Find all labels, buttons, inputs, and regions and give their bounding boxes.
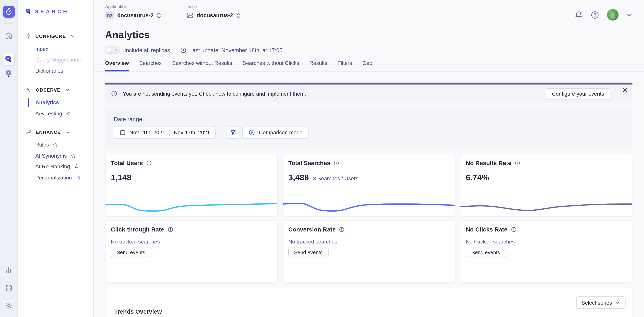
nav-section-observe-header[interactable]: OBSERVE xyxy=(26,87,93,92)
caret-updown-icon xyxy=(236,12,240,19)
tab-overview[interactable]: Overview xyxy=(105,60,129,72)
usage-chart-icon[interactable] xyxy=(3,264,14,276)
empty-state-text: No tracked searches xyxy=(111,238,272,245)
info-icon[interactable] xyxy=(511,226,516,232)
nav-section-configure-header[interactable]: CONFIGURE xyxy=(26,33,93,39)
include-replicas-toggle[interactable] xyxy=(105,46,120,54)
card-no-clicks-rate: No Clicks Rate No tracked searches Send … xyxy=(460,220,632,283)
sparkline-total-users xyxy=(106,198,277,216)
comparison-mode-button[interactable]: Comparison mode xyxy=(242,126,309,139)
sidebar-nav: CONFIGURE Index Query Suggestions Dictio… xyxy=(18,33,93,183)
home-icon[interactable] xyxy=(3,30,14,41)
database-icon[interactable] xyxy=(3,282,14,294)
sidebar-item-ab-testing[interactable]: A/B Testing xyxy=(35,108,93,119)
tab-searches-without-clicks[interactable]: Searches without Clicks xyxy=(242,60,299,72)
rail-divider xyxy=(4,23,13,24)
search-rail-active-tile[interactable] xyxy=(3,54,14,65)
index-label: Index xyxy=(186,4,240,9)
index-select[interactable]: docusaurus-2 xyxy=(186,12,240,19)
filter-button[interactable] xyxy=(227,126,239,139)
tab-searches-without-results[interactable]: Searches without Results xyxy=(172,60,232,72)
user-avatar[interactable] xyxy=(607,9,618,20)
select-series-button[interactable]: Select series xyxy=(576,296,626,309)
trends-title: Trends Overview xyxy=(114,308,162,315)
tab-geo[interactable]: Geo xyxy=(362,60,372,72)
analytics-tabs: Overview Searches Searches without Resul… xyxy=(94,60,644,72)
application-badge: D2 xyxy=(105,12,114,19)
clock-icon xyxy=(180,47,186,53)
sidebar-item-rules[interactable]: Rules xyxy=(35,140,93,150)
send-events-button[interactable]: Send events xyxy=(111,248,151,257)
play-circle-icon xyxy=(249,129,255,136)
date-range-label: Date range xyxy=(114,116,624,122)
close-icon[interactable] xyxy=(622,88,628,93)
algolia-search-icon xyxy=(4,55,13,63)
user-menu-chevron-icon[interactable] xyxy=(626,12,632,18)
sidebar-item-index[interactable]: Index xyxy=(35,44,93,54)
toggle-knob xyxy=(106,47,112,53)
empty-state-text: No tracked searches xyxy=(288,238,449,245)
info-icon[interactable] xyxy=(146,160,152,166)
card-total-users: Total Users 1,148 xyxy=(105,154,278,216)
tab-filters[interactable]: Filters xyxy=(338,60,352,72)
algolia-logo-mark-icon xyxy=(25,8,32,15)
tab-results[interactable]: Results xyxy=(310,60,327,72)
stopwatch-icon xyxy=(5,8,12,16)
tabs-divider xyxy=(94,72,644,72)
application-selector: Application D2 docusaurus-2 xyxy=(105,4,161,19)
tab-searches[interactable]: Searches xyxy=(139,60,162,72)
metric-cards-row-2: Click-through Rate No tracked searches S… xyxy=(105,220,632,283)
notifications-bell-icon[interactable] xyxy=(574,10,583,19)
nav-section-enhance-header[interactable]: ENHANCE xyxy=(26,130,93,135)
star-icon xyxy=(53,142,58,148)
product-logo[interactable]: SEARCH xyxy=(18,0,93,15)
chevron-down-icon xyxy=(66,88,70,92)
nav-section-observe: OBSERVE Analytics A/B Testing xyxy=(26,87,93,119)
star-icon xyxy=(70,153,76,158)
configure-events-button[interactable]: Configure your events xyxy=(546,88,610,99)
recommend-bulb-icon[interactable] xyxy=(3,68,14,80)
gear-icon xyxy=(26,33,32,39)
info-icon[interactable] xyxy=(334,160,339,166)
sidebar-item-ai-re-ranking[interactable]: AI Re-Ranking xyxy=(35,161,93,172)
info-icon[interactable] xyxy=(168,226,173,232)
send-events-button[interactable]: Send events xyxy=(288,248,328,257)
info-icon[interactable] xyxy=(515,160,520,166)
pulse-icon xyxy=(26,87,32,92)
info-icon[interactable] xyxy=(339,226,345,232)
send-events-button[interactable]: Send events xyxy=(466,248,506,257)
card-title: Click-through Rate xyxy=(111,226,164,233)
sidebar-item-ai-synonyms[interactable]: AI Synonyms xyxy=(35,150,93,161)
app-logo-tile[interactable] xyxy=(3,6,14,18)
card-title: Total Users xyxy=(111,160,143,166)
section-items: Index Query Suggestions Dictionaries xyxy=(28,44,93,76)
index-stack-icon xyxy=(186,12,193,19)
sidebar-item-dictionaries[interactable]: Dictionaries xyxy=(35,65,93,76)
sparkline-total-searches xyxy=(283,198,455,216)
settings-gear-icon[interactable] xyxy=(3,300,14,311)
help-icon[interactable] xyxy=(590,10,599,19)
date-range-controls: Nov 11th, 2021 Nov 17th, 2021 Comparison… xyxy=(114,126,624,139)
nav-section-enhance: ENHANCE Rules AI Synonyms AI R xyxy=(26,130,93,183)
application-select[interactable]: D2 docusaurus-2 xyxy=(105,12,161,19)
card-title: Conversion Rate xyxy=(288,226,336,233)
topbar-right xyxy=(574,4,632,20)
trend-up-icon xyxy=(26,130,32,135)
sidebar-item-query-suggestions[interactable]: Query Suggestions xyxy=(35,54,93,65)
sidebar-item-personalization[interactable]: Personalization xyxy=(35,172,93,183)
metric-cards-row-1: Total Users 1,148 Total Searches xyxy=(105,154,632,216)
date-range-picker[interactable]: Nov 11th, 2021 Nov 17th, 2021 xyxy=(114,126,216,139)
section-label: CONFIGURE xyxy=(35,34,66,38)
sidebar-item-analytics[interactable]: Analytics xyxy=(35,97,93,108)
page-title: Analytics xyxy=(105,29,632,41)
caret-updown-icon xyxy=(157,12,161,19)
application-label: Application xyxy=(105,4,161,9)
section-label: ENHANCE xyxy=(36,130,61,135)
metric-value: 3,488 xyxy=(288,173,309,182)
empty-state-text: No tracked searches xyxy=(466,238,626,245)
section-items: Rules AI Synonyms AI Re-Ranking Personal… xyxy=(28,140,93,183)
metric-value: 1,148 xyxy=(111,173,132,182)
calendar-icon xyxy=(120,129,126,135)
metric-subtitle: 3 Searches / Users xyxy=(313,176,358,182)
sidebar-divider xyxy=(19,22,93,22)
